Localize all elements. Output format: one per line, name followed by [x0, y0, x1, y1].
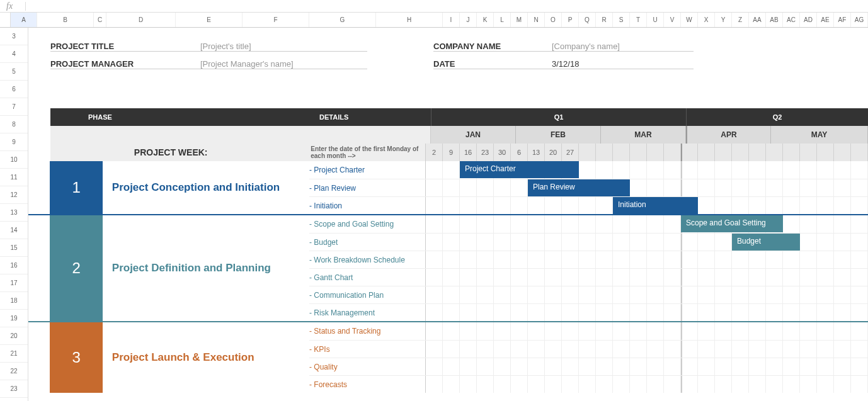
gantt-area[interactable]: Plan Review	[426, 179, 868, 196]
week-cell[interactable]	[630, 144, 647, 161]
row-header-13[interactable]: 13	[0, 204, 28, 222]
gantt-area[interactable]	[426, 341, 868, 358]
task-detail[interactable]: - Work Breakdown Schedule	[309, 251, 426, 268]
col-header-G[interactable]: G	[309, 13, 376, 27]
col-header-A[interactable]: A	[11, 13, 37, 27]
gantt-bar[interactable]: Initiation	[613, 197, 698, 214]
col-header-F[interactable]: F	[243, 13, 309, 27]
week-cell[interactable]: 23	[477, 144, 494, 161]
col-header-W[interactable]: W	[681, 13, 698, 27]
formula-bar[interactable]: fx	[0, 0, 868, 13]
row-header-12[interactable]: 12	[0, 186, 28, 204]
week-cell[interactable]: 20	[545, 144, 562, 161]
row-header-10[interactable]: 10	[0, 151, 28, 169]
col-header-AC[interactable]: AC	[783, 13, 800, 27]
row-header-4[interactable]: 4	[0, 45, 28, 63]
gantt-bar[interactable]: Budget	[732, 234, 800, 251]
row-header-6[interactable]: 6	[0, 81, 28, 98]
gantt-area[interactable]	[426, 322, 868, 340]
task-detail[interactable]: - Initiation	[309, 197, 426, 214]
col-header-AA[interactable]: AA	[749, 13, 766, 27]
task-detail[interactable]: - Quality	[309, 358, 426, 375]
gantt-bar[interactable]: Scope and Goal Setting	[681, 215, 783, 232]
col-header-AD[interactable]: AD	[800, 13, 817, 27]
col-header-S[interactable]: S	[613, 13, 630, 27]
week-cell[interactable]	[579, 144, 596, 161]
col-header-V[interactable]: V	[664, 13, 681, 27]
week-cell[interactable]: 30	[494, 144, 511, 161]
week-cell[interactable]	[647, 144, 664, 161]
week-cell[interactable]	[851, 144, 868, 161]
week-cell[interactable]: 2	[426, 144, 443, 161]
week-cell[interactable]	[698, 144, 715, 161]
col-header-X[interactable]: X	[698, 13, 715, 27]
project-title-value[interactable]: [Project's title]	[200, 42, 367, 52]
col-header-AE[interactable]: AE	[817, 13, 834, 27]
gantt-area[interactable]	[426, 304, 868, 321]
row-header-17[interactable]: 17	[0, 274, 28, 292]
task-detail[interactable]: - Project Charter	[309, 161, 426, 179]
row-header-22[interactable]: 22	[0, 363, 28, 380]
col-header-AG[interactable]: AG	[851, 13, 868, 27]
col-header-AF[interactable]: AF	[834, 13, 851, 27]
task-detail[interactable]: - Gantt Chart	[309, 269, 426, 286]
task-detail[interactable]: - Communication Plan	[309, 286, 426, 303]
week-cell[interactable]	[613, 144, 630, 161]
gantt-area[interactable]	[426, 269, 868, 286]
col-header-H[interactable]: H	[376, 13, 443, 27]
week-cell[interactable]: 27	[562, 144, 579, 161]
gantt-bar[interactable]: Plan Review	[528, 179, 630, 196]
row-header-7[interactable]: 7	[0, 98, 28, 116]
week-cell[interactable]	[766, 144, 783, 161]
row-header-19[interactable]: 19	[0, 310, 28, 327]
task-detail[interactable]: - Forecasts	[309, 376, 426, 393]
task-detail[interactable]: - Risk Management	[309, 304, 426, 321]
week-cell[interactable]	[783, 144, 800, 161]
col-header-Y[interactable]: Y	[715, 13, 732, 27]
week-cell[interactable]	[834, 144, 851, 161]
project-manager-value[interactable]: [Project Manager's name]	[200, 59, 367, 69]
gantt-area[interactable]: Project Charter	[426, 161, 868, 179]
week-cell[interactable]	[817, 144, 834, 161]
date-value[interactable]: 3/12/18	[552, 59, 694, 69]
week-cell[interactable]: 6	[511, 144, 528, 161]
row-header-21[interactable]: 21	[0, 345, 28, 363]
spreadsheet-grid[interactable]: PROJECT TITLE [Project's title] COMPANY …	[28, 28, 868, 401]
week-cell[interactable]	[732, 144, 749, 161]
gantt-area[interactable]	[426, 251, 868, 268]
row-header-9[interactable]: 9	[0, 133, 28, 151]
col-header-AB[interactable]: AB	[766, 13, 783, 27]
gantt-area[interactable]	[426, 358, 868, 375]
row-header-20[interactable]: 20	[0, 327, 28, 345]
week-cell[interactable]	[749, 144, 766, 161]
col-header-T[interactable]: T	[630, 13, 647, 27]
company-name-value[interactable]: [Company's name]	[552, 42, 694, 52]
task-detail[interactable]: - KPIs	[309, 341, 426, 358]
gantt-bar[interactable]: Project Charter	[460, 161, 579, 178]
task-detail[interactable]: - Scope and Goal Setting	[309, 215, 426, 233]
col-header-O[interactable]: O	[545, 13, 562, 27]
col-header-D[interactable]: D	[106, 13, 176, 27]
week-cell[interactable]	[715, 144, 732, 161]
week-cell[interactable]: 9	[443, 144, 460, 161]
col-header-P[interactable]: P	[562, 13, 579, 27]
gantt-area[interactable]: Initiation	[426, 197, 868, 214]
col-header-I[interactable]: I	[443, 13, 460, 27]
col-header-Z[interactable]: Z	[732, 13, 749, 27]
gantt-area[interactable]: Scope and Goal Setting	[426, 215, 868, 233]
row-header-16[interactable]: 16	[0, 257, 28, 274]
week-cell[interactable]	[664, 144, 681, 161]
week-cell[interactable]	[596, 144, 613, 161]
col-header-E[interactable]: E	[176, 13, 243, 27]
corner-cell[interactable]	[0, 13, 11, 27]
week-cell[interactable]: 13	[528, 144, 545, 161]
col-header-Q[interactable]: Q	[579, 13, 596, 27]
row-header-5[interactable]: 5	[0, 63, 28, 81]
row-header-23[interactable]: 23	[0, 380, 28, 398]
col-header-R[interactable]: R	[596, 13, 613, 27]
task-detail[interactable]: - Plan Review	[309, 179, 426, 196]
week-cell[interactable]	[681, 144, 698, 161]
col-header-K[interactable]: K	[477, 13, 494, 27]
col-header-U[interactable]: U	[647, 13, 664, 27]
row-header-15[interactable]: 15	[0, 239, 28, 257]
